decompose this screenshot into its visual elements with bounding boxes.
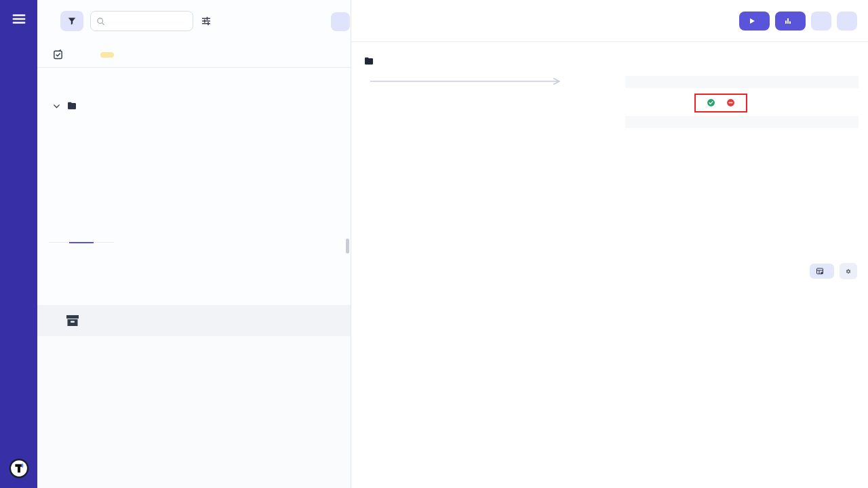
chevron-down-icon[interactable] bbox=[52, 102, 61, 110]
funnel-icon bbox=[67, 16, 77, 26]
list-settings-button[interactable] bbox=[840, 263, 857, 279]
filter-button[interactable] bbox=[60, 11, 83, 31]
pagination bbox=[49, 242, 114, 249]
rungroup-header bbox=[351, 0, 868, 42]
folder-icon bbox=[66, 100, 77, 111]
run-group-row[interactable] bbox=[52, 98, 351, 114]
gear-icon bbox=[846, 267, 851, 276]
combined-report-button[interactable] bbox=[775, 12, 806, 30]
main-sidebar bbox=[0, 0, 37, 488]
runs-archive-row[interactable] bbox=[37, 305, 351, 336]
summary-row-updated bbox=[625, 116, 859, 128]
archive-icon bbox=[64, 312, 81, 329]
results-chart bbox=[361, 72, 620, 252]
runs-panel bbox=[37, 0, 351, 488]
runs-panel-header bbox=[37, 0, 351, 42]
timeline-arrow-icon bbox=[369, 77, 566, 85]
panel-close-button[interactable] bbox=[331, 12, 350, 31]
runs-tree bbox=[37, 68, 351, 114]
summary-row-runs bbox=[625, 128, 859, 140]
search-box[interactable] bbox=[90, 11, 193, 31]
search-icon bbox=[96, 17, 105, 26]
menu-icon[interactable] bbox=[11, 11, 27, 27]
chart-legend bbox=[361, 72, 620, 76]
tests-annotation-box bbox=[694, 94, 747, 113]
scrollbar-thumb[interactable] bbox=[346, 239, 349, 253]
custom-view-button[interactable] bbox=[810, 264, 834, 279]
failed-minus-icon bbox=[726, 98, 735, 107]
search-input[interactable] bbox=[109, 16, 187, 26]
play-icon bbox=[748, 17, 756, 25]
panel-lower-area bbox=[37, 336, 351, 488]
summary-row-tests bbox=[625, 88, 859, 116]
app-window bbox=[0, 0, 868, 488]
table-icon bbox=[816, 267, 824, 275]
breadcrumb-separator bbox=[47, 15, 54, 26]
testomat-logo-icon[interactable] bbox=[9, 458, 29, 479]
adjustments-icon[interactable] bbox=[200, 15, 212, 27]
close-detail-button[interactable] bbox=[837, 12, 857, 30]
line-chart bbox=[361, 88, 613, 249]
bar-chart-icon bbox=[784, 17, 792, 25]
rungroup-detail-panel bbox=[351, 0, 868, 488]
more-actions-button[interactable] bbox=[811, 12, 831, 30]
run-filter-tabs bbox=[37, 42, 351, 68]
manual-run-button[interactable] bbox=[739, 12, 770, 30]
list-toolbar bbox=[351, 252, 868, 285]
passed-check-icon bbox=[707, 98, 715, 107]
folder-icon bbox=[363, 56, 374, 66]
summary-row-status bbox=[625, 76, 859, 88]
tab-severity[interactable] bbox=[100, 52, 114, 58]
rungroup-summary-table bbox=[625, 76, 859, 252]
select-runs-icon[interactable] bbox=[52, 49, 64, 60]
breadcrumb bbox=[47, 15, 54, 27]
rungroup-title bbox=[351, 42, 868, 68]
